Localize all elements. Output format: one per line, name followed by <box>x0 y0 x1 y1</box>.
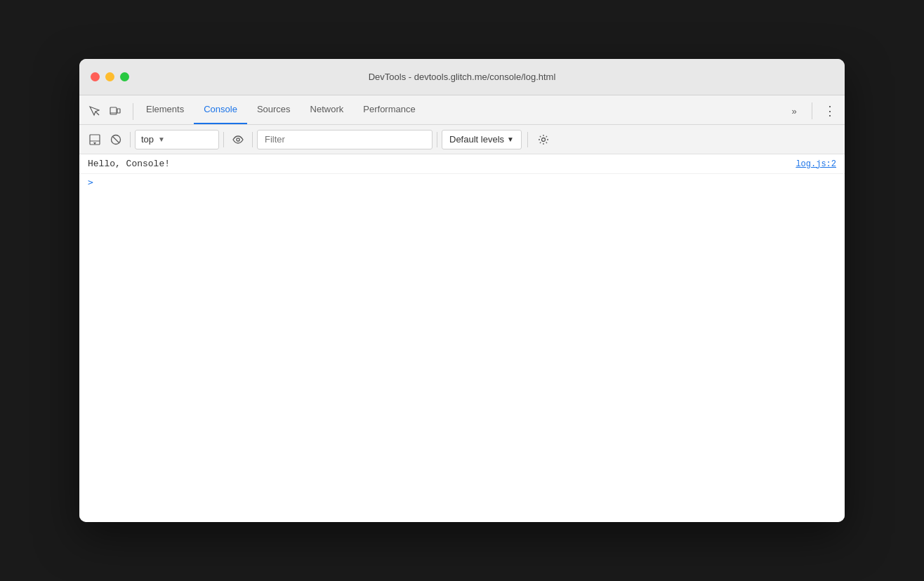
minimize-button[interactable] <box>105 72 114 81</box>
console-output: Hello, Console! log.js:2 > <box>79 154 845 522</box>
tab-network[interactable]: Network <box>301 95 354 124</box>
context-dropdown-arrow: ▼ <box>158 135 165 143</box>
tabbar-divider <box>133 103 133 120</box>
svg-line-0 <box>95 112 99 115</box>
traffic-lights <box>91 72 129 81</box>
close-button[interactable] <box>91 72 100 81</box>
console-prompt-line: > <box>79 174 845 190</box>
live-expressions-button[interactable] <box>228 130 248 149</box>
filter-input[interactable] <box>257 130 433 149</box>
console-message-row: Hello, Console! log.js:2 <box>79 154 845 174</box>
console-message-text: Hello, Console! <box>88 159 170 169</box>
toolbar-divider-3 <box>252 132 253 147</box>
tabbar: Elements Console Sources Network Perform… <box>79 95 845 125</box>
toolbar-divider-2 <box>223 132 224 147</box>
more-tabs-button[interactable]: » <box>785 102 803 120</box>
titlebar: DevTools - devtools.glitch.me/console/lo… <box>79 59 845 95</box>
maximize-button[interactable] <box>120 72 129 81</box>
tab-performance[interactable]: Performance <box>353 95 425 124</box>
tab-elements[interactable]: Elements <box>136 95 194 124</box>
toolbar-divider-4 <box>437 132 437 147</box>
tab-console[interactable]: Console <box>194 95 247 124</box>
svg-line-8 <box>112 136 119 143</box>
toolbar-divider-5 <box>527 132 528 147</box>
device-toggle-button[interactable] <box>106 102 124 120</box>
more-options-button[interactable]: ⋮ <box>821 102 839 120</box>
devtools-window: DevTools - devtools.glitch.me/console/lo… <box>79 59 845 522</box>
log-levels-button[interactable]: Default levels ▼ <box>442 130 522 149</box>
console-prompt-symbol: > <box>88 177 93 187</box>
tabbar-end-divider <box>812 102 812 119</box>
clear-console-button[interactable] <box>106 130 126 149</box>
drawer-toggle-button[interactable] <box>85 130 105 149</box>
tab-sources[interactable]: Sources <box>247 95 301 124</box>
svg-point-10 <box>541 138 545 141</box>
context-selector[interactable]: top ▼ <box>135 130 219 149</box>
window-title: DevTools - devtools.glitch.me/console/lo… <box>369 72 556 82</box>
svg-rect-2 <box>117 109 120 113</box>
tabbar-left-icons <box>85 102 124 120</box>
console-toolbar: top ▼ Default levels ▼ <box>79 125 845 154</box>
tabbar-right: » ⋮ <box>785 102 839 120</box>
toolbar-divider-1 <box>130 132 131 147</box>
console-source-link[interactable]: log.js:2 <box>796 159 836 169</box>
levels-dropdown-arrow: ▼ <box>507 135 514 143</box>
tabs-container: Elements Console Sources Network Perform… <box>136 95 785 124</box>
inspect-element-button[interactable] <box>85 102 103 120</box>
console-settings-button[interactable] <box>534 130 553 149</box>
svg-point-9 <box>237 138 239 140</box>
